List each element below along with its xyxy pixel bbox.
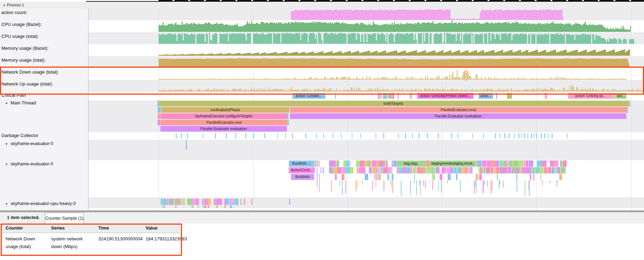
evaluator-slice[interactable]	[544, 167, 548, 173]
cpu-heavy-slice[interactable]	[168, 199, 171, 205]
cpu-heavy-slice[interactable]	[178, 199, 180, 205]
main-thread-sliver[interactable]	[629, 101, 630, 107]
critical-path-slice[interactable]: action 'Linking go...	[568, 93, 613, 99]
evaluator-slice[interactable]	[329, 160, 334, 167]
evaluator-slice[interactable]	[526, 167, 532, 173]
main-thread-sliver[interactable]	[158, 107, 161, 113]
evaluator-slice[interactable]	[563, 160, 567, 167]
evaluator-slice[interactable]	[379, 160, 383, 167]
evaluator-slice[interactable]	[454, 167, 457, 173]
evaluator-slice[interactable]	[346, 160, 349, 167]
cpu-heavy-slice[interactable]	[244, 199, 245, 205]
evaluator-slice[interactable]	[483, 167, 486, 173]
evaluator-sliver[interactable]	[315, 160, 316, 167]
evaluator-slice[interactable]	[426, 160, 429, 167]
evaluator-slice[interactable]	[524, 160, 525, 167]
critical-path-sliver[interactable]	[398, 93, 399, 99]
evaluator-slice[interactable]	[471, 167, 472, 173]
cpu-heavy-slice[interactable]	[175, 199, 178, 205]
evaluator-slice[interactable]	[495, 160, 498, 167]
tab-counter-sample[interactable]: Counter Sample (1)	[45, 213, 84, 224]
cpu-heavy-slice[interactable]	[230, 199, 233, 205]
evaluator-slice[interactable]	[555, 167, 558, 173]
evaluator-slice[interactable]	[436, 167, 439, 173]
evaluator-slice[interactable]	[399, 167, 403, 173]
evaluator-slice[interactable]	[442, 167, 444, 173]
evaluator-slice[interactable]	[335, 174, 337, 180]
evaluator-slice[interactable]	[376, 160, 378, 167]
evaluator-slice[interactable]	[397, 167, 399, 173]
evaluator-slice[interactable]	[329, 167, 332, 173]
evaluator-slice[interactable]	[502, 160, 503, 167]
evaluator-slice[interactable]	[363, 167, 365, 173]
evaluator-slice[interactable]	[517, 167, 519, 173]
evaluator-slice[interactable]	[487, 160, 490, 167]
evaluator-slice[interactable]	[509, 160, 512, 167]
main-thread-slice[interactable]: ParallelEvaluator.eval	[290, 107, 627, 113]
evaluator-slice[interactable]	[364, 160, 366, 167]
evaluator-slice[interactable]	[376, 174, 377, 180]
cpu-heavy-slice[interactable]	[191, 199, 195, 205]
critical-path-sliver[interactable]	[335, 93, 336, 99]
evaluator-slice[interactable]	[548, 167, 552, 173]
counter-chart-mem-bazel[interactable]	[89, 44, 644, 56]
evaluator-slice[interactable]	[507, 167, 511, 173]
evaluator-slice[interactable]	[497, 174, 498, 180]
selected-sample-marker-icon[interactable]	[464, 70, 468, 74]
evaluator-slice[interactable]	[553, 160, 554, 167]
evaluator-slice[interactable]	[555, 160, 559, 167]
evaluator-slice[interactable]	[347, 167, 350, 173]
cpu-heavy-slice[interactable]	[289, 199, 290, 205]
evaluator-slice[interactable]	[550, 160, 553, 167]
cpu-heavy-slice[interactable]	[208, 199, 211, 205]
counter-chart-action-count[interactable]	[89, 8, 644, 20]
cpu-heavy-slice[interactable]	[219, 199, 222, 205]
evaluator-slice[interactable]	[392, 160, 393, 167]
evaluator-slice[interactable]	[356, 160, 360, 167]
evaluator-labeled-slice[interactable]: ActionConti...	[289, 167, 315, 173]
evaluator-slice[interactable]	[414, 174, 415, 180]
counter-chart-mem-total[interactable]	[89, 56, 644, 68]
evaluator-sliver[interactable]	[323, 167, 324, 173]
evaluator-slice[interactable]	[504, 160, 506, 167]
cpu-heavy-slice[interactable]	[216, 199, 219, 205]
main-thread-slice[interactable]: Parallel Evaluator evaluation	[160, 126, 287, 132]
evaluator-sliver[interactable]	[318, 160, 320, 167]
main-thread-sliver[interactable]	[158, 113, 160, 119]
evaluator-slice[interactable]	[444, 167, 446, 173]
evaluator-slice[interactable]	[378, 167, 380, 173]
evaluator-slice[interactable]	[560, 160, 562, 167]
evaluator-slice[interactable]	[370, 160, 371, 167]
evaluator-slice[interactable]	[372, 167, 377, 173]
critical-path-sliver[interactable]	[387, 93, 388, 99]
evaluator-slice[interactable]	[552, 167, 555, 173]
main-thread-slice[interactable]: runAnalysisPhase	[161, 107, 289, 113]
critical-path-sliver[interactable]	[378, 93, 379, 99]
critical-path-slice[interactable]: act...	[616, 93, 626, 99]
evaluator-slice[interactable]	[374, 174, 376, 180]
evaluator-slice[interactable]	[486, 167, 491, 173]
counter-chart-net-down[interactable]	[89, 68, 644, 80]
evaluator-slice[interactable]	[530, 174, 531, 180]
cpu-heavy-slice[interactable]	[224, 199, 226, 205]
evaluator-slice[interactable]	[495, 167, 500, 173]
cpu-heavy-slice[interactable]	[237, 199, 238, 205]
evaluator-slice[interactable]	[532, 167, 535, 173]
evaluator-slice[interactable]	[433, 167, 435, 173]
evaluator-slice[interactable]	[479, 167, 482, 173]
evaluator-slice[interactable]	[514, 160, 518, 167]
cpu-heavy-slice[interactable]	[187, 199, 191, 205]
critical-path-sliver[interactable]	[388, 93, 392, 99]
evaluator-sliver[interactable]	[317, 160, 318, 167]
evaluator-slice[interactable]	[369, 167, 372, 173]
cpu-heavy-slice[interactable]	[163, 199, 167, 205]
evaluator-labeled-slice[interactable]: stagingremotestaging.remot...	[430, 160, 476, 167]
main-thread-slice[interactable]: Parallel Evaluator evaluation	[290, 113, 626, 119]
table-row[interactable]: Network Down usage (total) system networ…	[1, 233, 180, 251]
evaluator-slice[interactable]	[336, 160, 340, 167]
evaluator-labeled-slice[interactable]: BuildInfo	[291, 174, 314, 180]
main-thread-slice[interactable]: ParallelEvaluator.eval	[160, 119, 288, 125]
evaluator-slice[interactable]	[451, 167, 453, 173]
evaluator-slice[interactable]	[367, 160, 370, 167]
evaluator-slice[interactable]	[506, 160, 509, 167]
